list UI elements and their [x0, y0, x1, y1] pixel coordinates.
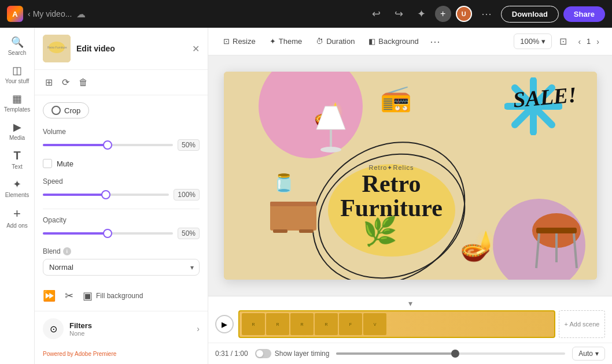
next-page-button[interactable]: ›	[593, 35, 603, 48]
page-number: 1	[587, 37, 591, 46]
canvas-area[interactable]: SALE! 🪔 📻 🫙 Retro✦Relics Retro Furnitu	[208, 55, 612, 296]
timeline-clip[interactable]: R R R R F V	[238, 310, 555, 338]
progress-bar[interactable]	[336, 352, 565, 355]
resize-icon: ⊡	[223, 37, 230, 46]
svg-rect-13	[270, 202, 316, 206]
video-thumbnail: Retro Furniture	[43, 35, 71, 62]
crop-button[interactable]: Crop	[43, 102, 89, 118]
fill-background-label: Fill background	[96, 292, 143, 300]
table-icon	[267, 190, 319, 236]
sidebar-item-label: Media	[9, 135, 25, 141]
replace-button[interactable]: ⟳	[60, 75, 72, 90]
crop-label: Crop	[64, 106, 80, 115]
toolbar: ⊡ Resize ✦ Theme ⏱ Duration ◧ Background…	[208, 28, 612, 55]
duration-button[interactable]: ⏱ Duration	[310, 34, 360, 49]
play-button[interactable]: ▶	[215, 315, 234, 333]
timeline-clip-content: R R R R F V	[239, 311, 554, 337]
media-icon: ▶	[13, 121, 21, 133]
toggle-switch[interactable]	[255, 349, 271, 358]
opacity-control: Opacity 50%	[43, 216, 200, 239]
resize-button[interactable]: ⊡ Resize	[217, 34, 261, 49]
speed-slider-track[interactable]	[43, 194, 169, 196]
sidebar-item-search[interactable]: 🔍 Search	[2, 32, 32, 60]
sidebar-item-media[interactable]: ▶ Media	[2, 117, 32, 144]
opacity-label: Opacity	[43, 216, 200, 224]
powered-by: Powered by Adobe Premiere	[35, 346, 208, 364]
close-button[interactable]: ✕	[192, 43, 200, 54]
fill-background-item[interactable]: ▣ Fill background	[83, 289, 143, 302]
opacity-slider-fill	[43, 232, 108, 235]
clip-thumb-2: R	[266, 313, 289, 335]
auto-quality-button[interactable]: Auto ▾	[572, 347, 605, 361]
mute-checkbox[interactable]	[43, 159, 52, 168]
sidebar-item-elements[interactable]: ✦ Elements	[2, 174, 32, 202]
add-collaborator-button[interactable]: +	[435, 6, 451, 22]
bottom-icons-row: ⏩ ✂ ▣ Fill background	[43, 285, 200, 307]
opacity-slider-track[interactable]	[43, 232, 173, 235]
magic-button[interactable]: ✦	[412, 5, 430, 23]
layer-timing-toggle[interactable]: Show layer timing	[255, 349, 330, 358]
speed-icon: ⏩	[43, 289, 56, 302]
zoom-button[interactable]: 100% ▾	[514, 34, 552, 49]
sale-text: SALE!	[512, 81, 577, 112]
progress-thumb[interactable]	[451, 350, 459, 358]
speed-slider-thumb[interactable]	[101, 190, 110, 199]
trim-icon-item[interactable]: ✂	[65, 289, 73, 302]
blend-select[interactable]: Normal Multiply Screen Overlay Darken Li…	[43, 259, 200, 276]
undo-button[interactable]: ↩	[367, 5, 385, 23]
more-options-button[interactable]: ⋯	[477, 5, 496, 23]
background-icon: ◧	[368, 37, 375, 46]
filters-icon: ⊙	[43, 318, 64, 339]
sidebar-item-templates[interactable]: ▦ Templates	[2, 89, 32, 116]
theme-button[interactable]: ✦ Theme	[264, 34, 308, 49]
theme-label: Theme	[279, 37, 302, 46]
edit-panel-title: Edit video	[76, 44, 186, 53]
speed-control: Speed 100%	[43, 177, 200, 200]
clip-thumb-3: R	[290, 313, 314, 335]
speed-icon-item[interactable]: ⏩	[43, 289, 56, 302]
delete-button[interactable]: 🗑	[76, 75, 90, 90]
play-icon: ▶	[222, 320, 227, 329]
blend-select-wrapper: Normal Multiply Screen Overlay Darken Li…	[43, 259, 200, 276]
speed-slider-row: 100%	[43, 189, 200, 200]
sidebar-item-label: Your stuff	[5, 78, 30, 84]
sidebar-item-text[interactable]: T Text	[2, 146, 32, 173]
toolbar-more-button[interactable]: ⋯	[427, 32, 443, 51]
brand-name: Adobe Premiere	[75, 351, 116, 357]
sidebar-item-your-stuff[interactable]: ◫ Your stuff	[2, 61, 32, 88]
blend-control: Blend i Normal Multiply Screen Overlay D…	[43, 247, 200, 276]
sidebar-item-add-ons[interactable]: + Add ons	[2, 203, 32, 232]
main-area: 🔍 Search ◫ Your stuff ▦ Templates ▶ Medi…	[0, 28, 612, 364]
add-scene-button[interactable]: + Add scene	[559, 310, 605, 338]
volume-slider-track[interactable]	[43, 144, 173, 146]
timeline-track: R R R R F V + Add scene	[238, 310, 605, 338]
svg-rect-14	[282, 207, 305, 228]
volume-slider-thumb[interactable]	[103, 140, 112, 150]
opacity-slider-thumb[interactable]	[103, 229, 112, 238]
share-button[interactable]: Share	[563, 6, 605, 22]
icon-sidebar: 🔍 Search ◫ Your stuff ▦ Templates ▶ Medi…	[0, 28, 35, 364]
timeline-collapse: ▾	[208, 296, 612, 310]
svg-marker-17	[316, 106, 345, 129]
download-button[interactable]: Download	[501, 6, 559, 23]
mute-row: Mute	[43, 159, 200, 168]
edit-panel-actions: ⊞ ⟳ 🗑	[35, 70, 208, 95]
filters-section[interactable]: ⊙ Filters None ›	[35, 311, 208, 346]
fit-screen-button[interactable]: ⊡	[556, 33, 570, 50]
filters-info: Filters None	[69, 321, 197, 337]
page-nav: ‹ 1 ›	[574, 35, 603, 48]
speed-label: Speed	[43, 177, 200, 185]
back-button[interactable]: ‹ My video...	[28, 9, 72, 18]
info-icon: i	[63, 247, 71, 255]
bottom-bar: 0:31 / 1:00 Show layer timing Auto ▾	[208, 343, 612, 364]
redo-button[interactable]: ↪	[390, 5, 408, 23]
layers-button[interactable]: ⊞	[43, 75, 55, 90]
top-nav: A ‹ My video... ☁ ↩ ↪ ✦ + U ⋯ Download S…	[0, 0, 612, 28]
prev-page-button[interactable]: ‹	[574, 35, 584, 48]
canvas[interactable]: SALE! 🪔 📻 🫙 Retro✦Relics Retro Furnitu	[224, 72, 597, 280]
chevron-down-icon: ▾	[595, 350, 599, 358]
timeline-collapse-button[interactable]: ▾	[408, 299, 412, 308]
background-button[interactable]: ◧ Background	[363, 34, 424, 49]
volume-control: Volume 50%	[43, 128, 200, 151]
sidebar-item-label: Elements	[5, 192, 30, 198]
